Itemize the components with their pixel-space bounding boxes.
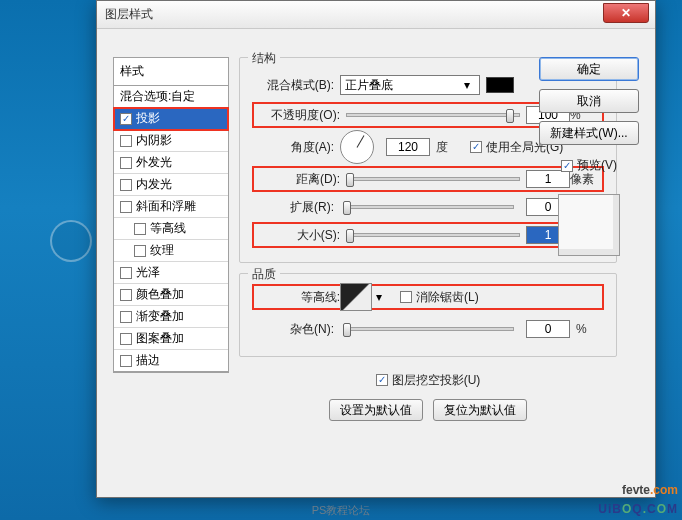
checkbox-icon: [120, 267, 132, 279]
style-row-纹理[interactable]: 纹理: [114, 240, 228, 262]
chevron-down-icon: ▾: [459, 78, 475, 92]
checkbox-icon: [400, 291, 412, 303]
style-row-label: 光泽: [136, 264, 160, 281]
spread-label: 扩展(R):: [252, 199, 334, 216]
style-row-内发光[interactable]: 内发光: [114, 174, 228, 196]
angle-unit: 度: [436, 139, 464, 156]
distance-slider[interactable]: [346, 177, 520, 181]
blending-options-label: 混合选项:自定: [120, 88, 195, 105]
dialog-body: 投影 样式 混合选项:自定 投影内阴影外发光内发光斜面和浮雕等高线纹理光泽颜色叠…: [97, 29, 655, 497]
noise-slider[interactable]: [346, 327, 514, 331]
checkbox-icon: [120, 289, 132, 301]
shadow-color-swatch[interactable]: [486, 77, 514, 93]
antialias-label: 消除锯齿(L): [416, 289, 479, 306]
checkbox-icon: [470, 141, 482, 153]
spread-slider[interactable]: [346, 205, 514, 209]
default-buttons-row: 设置为默认值 复位为默认值: [239, 397, 617, 423]
noise-input[interactable]: 0: [526, 320, 570, 338]
antialias-checkbox[interactable]: 消除锯齿(L): [400, 289, 479, 306]
titlebar[interactable]: 图层样式 ✕: [97, 1, 655, 29]
style-row-label: 等高线: [150, 220, 186, 237]
checkbox-icon: [134, 223, 146, 235]
knockout-label: 图层挖空投影(U): [392, 372, 481, 389]
style-row-光泽[interactable]: 光泽: [114, 262, 228, 284]
checkbox-icon: [376, 374, 388, 386]
cancel-button[interactable]: 取消: [539, 89, 639, 113]
preview-label: 预览(V): [577, 157, 617, 174]
reset-default-button[interactable]: 复位为默认值: [433, 399, 527, 421]
ok-button[interactable]: 确定: [539, 57, 639, 81]
distance-label: 距离(D):: [258, 171, 340, 188]
blending-options-row[interactable]: 混合选项:自定: [114, 86, 228, 108]
knockout-checkbox[interactable]: 图层挖空投影(U): [376, 372, 481, 389]
preview-swatch: [558, 194, 620, 256]
style-row-label: 描边: [136, 352, 160, 369]
style-row-描边[interactable]: 描边: [114, 350, 228, 372]
structure-legend: 结构: [248, 50, 280, 67]
styles-header[interactable]: 样式: [113, 57, 229, 86]
close-button[interactable]: ✕: [603, 3, 649, 23]
checkbox-icon: [120, 113, 132, 125]
noise-row: 杂色(N): 0 %: [252, 316, 604, 342]
blend-mode-label: 混合模式(B):: [252, 77, 334, 94]
styles-list: 混合选项:自定 投影内阴影外发光内发光斜面和浮雕等高线纹理光泽颜色叠加渐变叠加图…: [113, 86, 229, 373]
quality-fieldset: 品质 等高线: ▾ 消除锯齿(L) 杂色(N): 0 %: [239, 273, 617, 357]
style-row-渐变叠加[interactable]: 渐变叠加: [114, 306, 228, 328]
contour-label: 等高线:: [258, 289, 340, 306]
noise-label: 杂色(N):: [252, 321, 334, 338]
quality-legend: 品质: [248, 266, 280, 283]
style-row-label: 外发光: [136, 154, 172, 171]
checkbox-icon: [120, 135, 132, 147]
knockout-row: 图层挖空投影(U): [239, 367, 617, 393]
style-row-颜色叠加[interactable]: 颜色叠加: [114, 284, 228, 306]
style-row-label: 渐变叠加: [136, 308, 184, 325]
style-row-label: 颜色叠加: [136, 286, 184, 303]
angle-label: 角度(A):: [252, 139, 334, 156]
style-row-label: 内发光: [136, 176, 172, 193]
style-row-图案叠加[interactable]: 图案叠加: [114, 328, 228, 350]
size-slider[interactable]: [346, 233, 520, 237]
checkbox-icon: [120, 157, 132, 169]
blend-mode-value: 正片叠底: [345, 77, 393, 94]
layer-style-dialog: 图层样式 ✕ 投影 样式 混合选项:自定 投影内阴影外发光内发光斜面和浮雕等高线…: [96, 0, 656, 498]
footer-center-text: PS教程论坛: [0, 503, 682, 518]
contour-arrow-icon[interactable]: ▾: [376, 290, 382, 304]
opacity-label: 不透明度(O):: [258, 107, 340, 124]
style-row-内阴影[interactable]: 内阴影: [114, 130, 228, 152]
style-row-label: 纹理: [150, 242, 174, 259]
preview-checkbox[interactable]: 预览(V): [561, 157, 617, 174]
dialog-title: 图层样式: [105, 6, 153, 23]
style-row-label: 图案叠加: [136, 330, 184, 347]
checkbox-icon: [120, 355, 132, 367]
noise-unit: %: [576, 322, 604, 336]
style-row-label: 内阴影: [136, 132, 172, 149]
styles-column: 样式 混合选项:自定 投影内阴影外发光内发光斜面和浮雕等高线纹理光泽颜色叠加渐变…: [113, 57, 229, 373]
make-default-button[interactable]: 设置为默认值: [329, 399, 423, 421]
contour-picker[interactable]: [340, 283, 372, 311]
angle-dial[interactable]: [340, 130, 374, 164]
checkbox-icon: [134, 245, 146, 257]
checkbox-icon: [561, 160, 573, 172]
style-row-斜面和浮雕[interactable]: 斜面和浮雕: [114, 196, 228, 218]
contour-row: 等高线: ▾ 消除锯齿(L): [252, 284, 604, 310]
style-row-等高线[interactable]: 等高线: [114, 218, 228, 240]
background-circle-deco: [50, 220, 92, 262]
style-row-label: 斜面和浮雕: [136, 198, 196, 215]
new-style-button[interactable]: 新建样式(W)...: [539, 121, 639, 145]
blend-mode-select[interactable]: 正片叠底 ▾: [340, 75, 480, 95]
checkbox-icon: [120, 333, 132, 345]
checkbox-icon: [120, 201, 132, 213]
close-icon: ✕: [621, 6, 631, 20]
angle-input[interactable]: 120: [386, 138, 430, 156]
watermark-fevte: fevte.com: [598, 483, 678, 497]
opacity-slider[interactable]: [346, 113, 520, 117]
style-row-label: 投影: [136, 110, 160, 127]
checkbox-icon: [120, 311, 132, 323]
style-row-投影[interactable]: 投影: [114, 108, 228, 130]
size-label: 大小(S):: [258, 227, 340, 244]
dialog-buttons-column: 确定 取消 新建样式(W)... 预览(V): [533, 57, 645, 256]
checkbox-icon: [120, 179, 132, 191]
style-row-外发光[interactable]: 外发光: [114, 152, 228, 174]
